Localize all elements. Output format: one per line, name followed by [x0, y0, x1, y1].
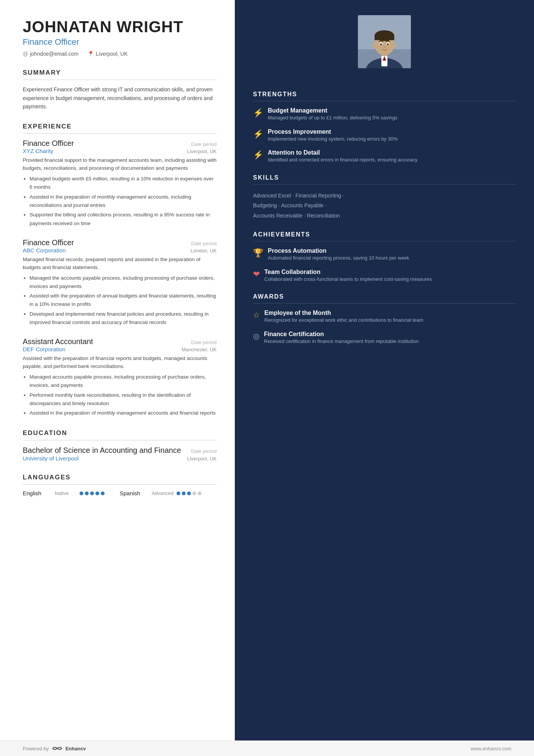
strength-1: ⚡ Budget Management Managed budgets of u…	[253, 107, 516, 122]
summary-title: SUMMARY	[23, 69, 217, 77]
award-1-desc: Recognized for exceptional work ethic an…	[264, 316, 423, 324]
left-panel: JOHNATAN WRIGHT Finance Officer @ johndo…	[0, 0, 235, 756]
edu-subheader: University of Liverpool Liverpool, UK	[23, 455, 217, 462]
profile-photo	[358, 15, 411, 68]
dot	[176, 491, 180, 495]
summary-text: Experienced Finance Officer with strong …	[23, 85, 217, 111]
job-3-bullets: Managed accounts payable process, includ…	[23, 373, 217, 417]
job-1-subheader: XYZ Charity Liverpool, UK	[23, 148, 217, 154]
job-2-company: ABC Corporation	[23, 247, 66, 254]
svg-point-12	[387, 44, 389, 45]
bullet: Performed monthly bank reconciliations, …	[30, 391, 217, 408]
bullet: Assisted in the preparation of monthly m…	[30, 193, 217, 210]
job-1-company: XYZ Charity	[23, 148, 53, 154]
job-3-header: Assistant Accountant Date period	[23, 337, 217, 346]
enhancv-logo-icon	[52, 745, 62, 751]
lang-2-level: Advanced	[151, 490, 176, 496]
job-3-desc: Assisted with the preparation of financi…	[23, 355, 217, 371]
strength-2: ⚡ Process Improvement Implemented new in…	[253, 128, 516, 143]
job-1-date: Date period	[191, 141, 217, 147]
award-2-desc: Received certification in finance manage…	[264, 338, 418, 345]
skill-sep: ·	[291, 193, 295, 199]
languages-section: LANGUAGES English Native Spanish Advance…	[23, 474, 217, 496]
award-1-name: Employee of the Month	[264, 310, 423, 316]
achievement-1-content: Process Automation Automated financial r…	[268, 247, 409, 262]
job-2-subheader: ABC Corporation London, UK	[23, 247, 217, 254]
job-3-location: Manchester, UK	[182, 347, 217, 352]
lang-1-level: Native	[55, 490, 80, 496]
job-2-title: Finance Officer	[23, 238, 74, 247]
svg-point-11	[380, 44, 382, 45]
skills-text: Advanced Excel · Financial Reporting · B…	[253, 191, 516, 221]
job-1-header: Finance Officer Date period	[23, 139, 217, 148]
bullet: Managed budgets worth £5 million, result…	[30, 175, 217, 192]
skill-sep: ·	[323, 202, 326, 208]
job-3-date: Date period	[191, 340, 217, 345]
skill-2: Financial Reporting	[295, 193, 341, 199]
education-section: EDUCATION Bachelor of Science in Account…	[23, 429, 217, 462]
job-2: Finance Officer Date period ABC Corporat…	[23, 238, 217, 327]
awards-title: AWARDS	[253, 293, 516, 300]
job-3-subheader: DEF Corporation Manchester, UK	[23, 346, 217, 352]
bullet: Assisted with the preparation of annual …	[30, 292, 217, 309]
strength-1-desc: Managed budgets of up to £1 million, del…	[268, 114, 398, 122]
achievements-title: ACHIEVEMENTS	[253, 231, 516, 238]
award-2-name: Finance Certification	[264, 331, 418, 338]
achievement-1-desc: Automated financial reporting process, s…	[268, 254, 409, 262]
skill-5: Accounts Receivable	[253, 213, 303, 219]
dot	[95, 491, 99, 495]
svg-point-15	[392, 43, 396, 48]
job-2-bullets: Managed the accounts payable process, in…	[23, 274, 217, 327]
email-icon: @	[23, 51, 28, 57]
skills-title: SKILLS	[253, 174, 516, 181]
skill-1: Advanced Excel	[253, 193, 291, 199]
strength-3-content: Attention to Detail Identified and corre…	[268, 149, 417, 164]
location-icon: 📍	[87, 51, 94, 57]
dot	[192, 491, 196, 495]
bullet: Managed accounts payable process, includ…	[30, 373, 217, 390]
strength-3-icon: ⚡	[253, 150, 263, 160]
strengths-divider	[253, 101, 516, 101]
job-title: Finance Officer	[23, 37, 217, 47]
strength-2-icon: ⚡	[253, 129, 263, 139]
skills-section: SKILLS Advanced Excel · Financial Report…	[253, 174, 516, 221]
strength-2-content: Process Improvement Implemented new invo…	[268, 128, 398, 143]
dot	[182, 491, 186, 495]
contact-line: @ johndoe@email.com 📍 Liverpool, UK	[23, 51, 217, 57]
dot	[187, 491, 191, 495]
svg-point-13	[383, 46, 386, 48]
powered-by-label: Powered by	[23, 746, 49, 751]
achievement-1: 🏆 Process Automation Automated financial…	[253, 247, 516, 262]
achievement-1-name: Process Automation	[268, 247, 409, 254]
achievement-2-content: Team Collaboration Collaborated with cro…	[264, 269, 432, 283]
strength-1-name: Budget Management	[268, 107, 398, 114]
skill-4: Accounts Payable	[281, 202, 323, 208]
photo-container	[253, 15, 516, 80]
achievements-divider	[253, 241, 516, 241]
full-name: JOHNATAN WRIGHT	[23, 18, 217, 36]
bullet: Assisted in the preparation of monthly m…	[30, 409, 217, 417]
job-1-title: Finance Officer	[23, 139, 74, 148]
experience-title: EXPERIENCE	[23, 123, 217, 130]
edu-location: Liverpool, UK	[187, 456, 217, 462]
summary-divider	[23, 80, 217, 80]
experience-divider	[23, 133, 217, 134]
languages-title: LANGUAGES	[23, 474, 217, 481]
skill-sep: ·	[341, 193, 344, 199]
svg-rect-8	[375, 36, 394, 40]
email-value: johndoe@email.com	[30, 51, 78, 57]
education-title: EDUCATION	[23, 429, 217, 437]
job-2-desc: Managed financial records, prepared repo…	[23, 256, 217, 272]
job-1-desc: Provided financial support to the manage…	[23, 157, 217, 172]
dot	[198, 491, 201, 495]
dot	[80, 491, 83, 495]
job-3-company: DEF Corporation	[23, 346, 66, 352]
footer-brand: Powered by Enhancv	[23, 745, 86, 751]
job-1-bullets: Managed budgets worth £5 million, result…	[23, 175, 217, 228]
edu-item-1: Bachelor of Science in Accounting and Fi…	[23, 446, 217, 462]
strength-3: ⚡ Attention to Detail Identified and cor…	[253, 149, 516, 164]
skill-3: Budgeting	[253, 202, 277, 208]
education-divider	[23, 440, 217, 440]
edu-date: Date period	[191, 448, 217, 454]
skill-6: Reconciliation	[307, 213, 340, 219]
